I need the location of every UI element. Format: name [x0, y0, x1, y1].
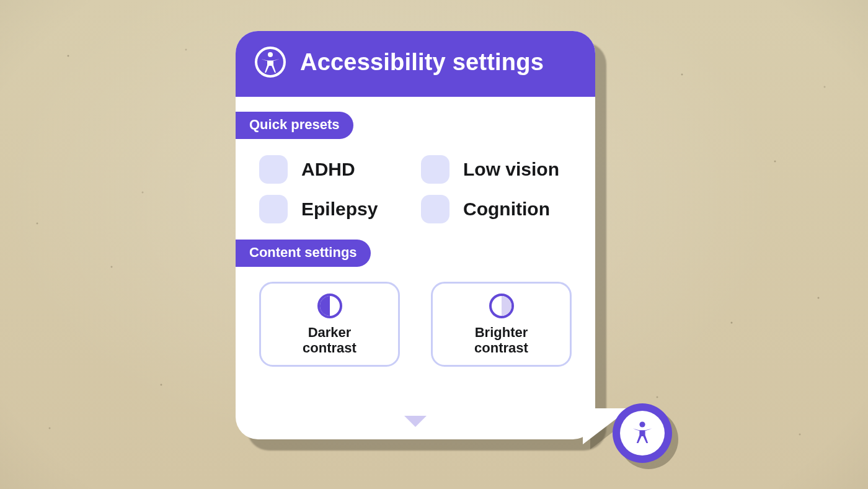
preset-label: Cognition [463, 199, 550, 220]
contrast-dark-icon [317, 294, 342, 318]
preset-label: ADHD [301, 159, 355, 180]
preset-label: Low vision [463, 159, 559, 180]
checkbox-icon [259, 155, 288, 184]
accessibility-panel: Accessibility settings Quick presets ADH… [236, 31, 595, 439]
fab-inner [620, 411, 665, 455]
quick-presets-heading: Quick presets [236, 112, 353, 139]
panel-title: Accessibility settings [300, 49, 544, 76]
accessibility-icon [627, 417, 657, 449]
content-settings-heading: Content settings [236, 240, 371, 267]
checkbox-icon [421, 195, 450, 223]
accessibility-fab[interactable] [613, 403, 672, 463]
quick-presets-section: Quick presets ADHD Low vision Epilepsy C… [236, 103, 595, 231]
svg-point-2 [639, 421, 645, 427]
contrast-label: Darker contrast [303, 325, 356, 356]
darker-contrast-card[interactable]: Darker contrast [259, 282, 400, 367]
svg-point-1 [268, 52, 273, 57]
content-settings-section: Content settings Darker contrast Brighte… [236, 231, 595, 367]
content-cards-row: Darker contrast Brighter contrast [236, 267, 595, 367]
panel-header: Accessibility settings [236, 31, 595, 97]
checkbox-icon [421, 155, 450, 184]
brighter-contrast-card[interactable]: Brighter contrast [431, 282, 572, 367]
checkbox-icon [259, 195, 288, 223]
header-divider [236, 97, 595, 103]
contrast-label: Brighter contrast [474, 325, 528, 356]
accessibility-icon [254, 46, 286, 78]
preset-grid: ADHD Low vision Epilepsy Cognition [236, 139, 595, 231]
preset-low-vision[interactable]: Low vision [421, 155, 572, 184]
preset-adhd[interactable]: ADHD [259, 155, 410, 184]
preset-epilepsy[interactable]: Epilepsy [259, 195, 410, 223]
scroll-caret-icon[interactable] [404, 416, 427, 427]
preset-label: Epilepsy [301, 199, 378, 220]
contrast-light-icon [489, 294, 514, 318]
preset-cognition[interactable]: Cognition [421, 195, 572, 223]
